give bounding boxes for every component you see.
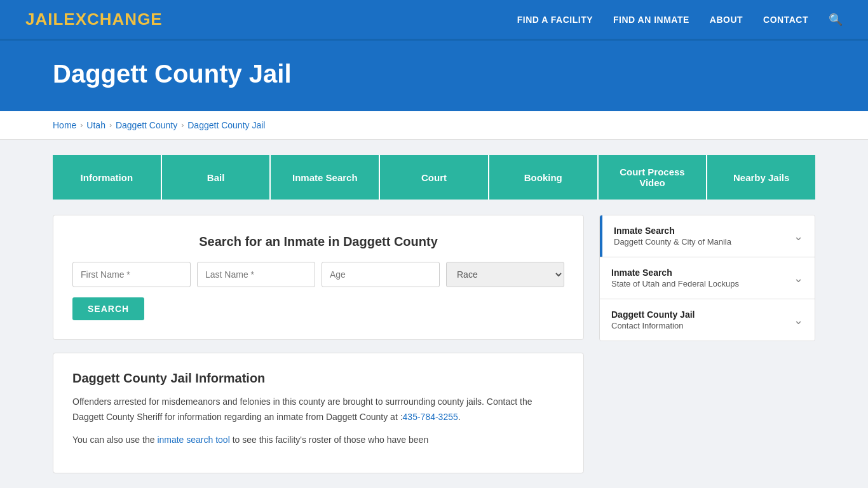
sidebar-main-title-0: Inmate Search bbox=[614, 226, 731, 236]
search-heading: Search for an Inmate in Daggett County bbox=[72, 234, 564, 249]
info-phone-link[interactable]: 435-784-3255 bbox=[403, 412, 458, 422]
sidebar-card-2[interactable]: Daggett County Jail Contact Information … bbox=[600, 299, 815, 341]
chevron-down-icon-0: ⌄ bbox=[794, 229, 803, 243]
breadcrumb-daggett-jail[interactable]: Daggett County Jail bbox=[187, 120, 265, 130]
breadcrumb-bar: Home › Utah › Daggett County › Daggett C… bbox=[0, 111, 868, 140]
info-paragraph-2: You can also use the inmate search tool … bbox=[72, 433, 564, 448]
site-header: JAILEXCHANGE FIND A FACILITY FIND AN INM… bbox=[0, 0, 868, 41]
race-select[interactable]: Race bbox=[446, 262, 564, 287]
breadcrumb-sep-3: › bbox=[181, 121, 184, 130]
tab-information[interactable]: Information bbox=[53, 155, 162, 200]
sidebar-sub-title-1: State of Utah and Federal Lockups bbox=[611, 279, 739, 288]
sidebar-card-0[interactable]: Inmate Search Daggett County & City of M… bbox=[600, 215, 815, 257]
info-text-3: to see this facility's roster of those w… bbox=[233, 435, 429, 445]
info-paragraph-1: Offenders arrested for misdemeanors and … bbox=[72, 395, 564, 425]
site-logo[interactable]: JAILEXCHANGE bbox=[25, 10, 163, 29]
inmate-search-box: Search for an Inmate in Daggett County R… bbox=[53, 215, 584, 340]
nav-contact[interactable]: CONTACT bbox=[763, 15, 808, 25]
breadcrumb-sep-2: › bbox=[109, 121, 112, 130]
tab-bar: InformationBailInmate SearchCourtBooking… bbox=[53, 155, 815, 200]
last-name-input[interactable] bbox=[197, 262, 315, 287]
tab-court-process-video[interactable]: Court Process Video bbox=[599, 155, 708, 200]
info-text-2: You can also use the bbox=[72, 435, 154, 445]
header-search-button[interactable]: 🔍 bbox=[829, 13, 843, 27]
sidebar-main-title-2: Daggett County Jail bbox=[611, 309, 695, 320]
info-text-1: Offenders arrested for misdemeanors and … bbox=[72, 396, 532, 422]
nav-about[interactable]: ABOUT bbox=[710, 15, 743, 25]
main-nav: FIND A FACILITY FIND AN INMATE ABOUT CON… bbox=[517, 13, 843, 27]
inmate-search-link[interactable]: inmate search tool bbox=[157, 435, 229, 445]
right-sidebar: Inmate Search Daggett County & City of M… bbox=[599, 215, 815, 341]
info-box: Daggett County Jail Information Offender… bbox=[53, 353, 584, 473]
sidebar-card-title-1: Inmate Search State of Utah and Federal … bbox=[611, 268, 739, 288]
search-fields: Race bbox=[72, 262, 564, 287]
tab-inmate-search[interactable]: Inmate Search bbox=[271, 155, 380, 200]
chevron-down-icon-2: ⌄ bbox=[794, 313, 803, 327]
content-area: Search for an Inmate in Daggett County R… bbox=[53, 215, 815, 473]
sidebar-card-title-2: Daggett County Jail Contact Information bbox=[611, 309, 695, 330]
sidebar-card-header-0[interactable]: Inmate Search Daggett County & City of M… bbox=[600, 215, 815, 257]
sidebar-main-title-1: Inmate Search bbox=[611, 268, 739, 278]
first-name-input[interactable] bbox=[72, 262, 191, 287]
sidebar-sub-title-0: Daggett County & City of Manila bbox=[614, 237, 731, 247]
breadcrumb-utah[interactable]: Utah bbox=[86, 120, 105, 130]
tab-bail[interactable]: Bail bbox=[162, 155, 271, 200]
logo-jail: JAIL bbox=[25, 10, 64, 29]
main-container: InformationBailInmate SearchCourtBooking… bbox=[27, 140, 841, 488]
tab-nearby-jails[interactable]: Nearby Jails bbox=[707, 155, 815, 200]
breadcrumb-home[interactable]: Home bbox=[53, 120, 76, 130]
search-button[interactable]: SEARCH bbox=[72, 297, 144, 320]
hero-section: Daggett County Jail bbox=[0, 41, 868, 111]
sidebar-card-header-1[interactable]: Inmate Search State of Utah and Federal … bbox=[600, 257, 815, 299]
age-input[interactable] bbox=[322, 262, 440, 287]
breadcrumb: Home › Utah › Daggett County › Daggett C… bbox=[53, 120, 815, 130]
logo-exchange: EXCHANGE bbox=[64, 10, 162, 29]
tab-court[interactable]: Court bbox=[380, 155, 489, 200]
page-title: Daggett County Jail bbox=[53, 60, 815, 88]
sidebar-card-1[interactable]: Inmate Search State of Utah and Federal … bbox=[600, 257, 815, 299]
left-panel: Search for an Inmate in Daggett County R… bbox=[53, 215, 584, 473]
breadcrumb-sep-1: › bbox=[80, 121, 83, 130]
nav-find-facility[interactable]: FIND A FACILITY bbox=[517, 15, 593, 25]
chevron-down-icon-1: ⌄ bbox=[794, 271, 803, 285]
sidebar-sub-title-2: Contact Information bbox=[611, 321, 695, 330]
nav-find-inmate[interactable]: FIND AN INMATE bbox=[613, 15, 689, 25]
sidebar-card-header-2[interactable]: Daggett County Jail Contact Information … bbox=[600, 299, 815, 341]
info-heading: Daggett County Jail Information bbox=[72, 371, 564, 386]
sidebar-card-title-0: Inmate Search Daggett County & City of M… bbox=[614, 226, 731, 247]
tab-booking[interactable]: Booking bbox=[489, 155, 599, 200]
breadcrumb-daggett-county[interactable]: Daggett County bbox=[116, 120, 177, 130]
